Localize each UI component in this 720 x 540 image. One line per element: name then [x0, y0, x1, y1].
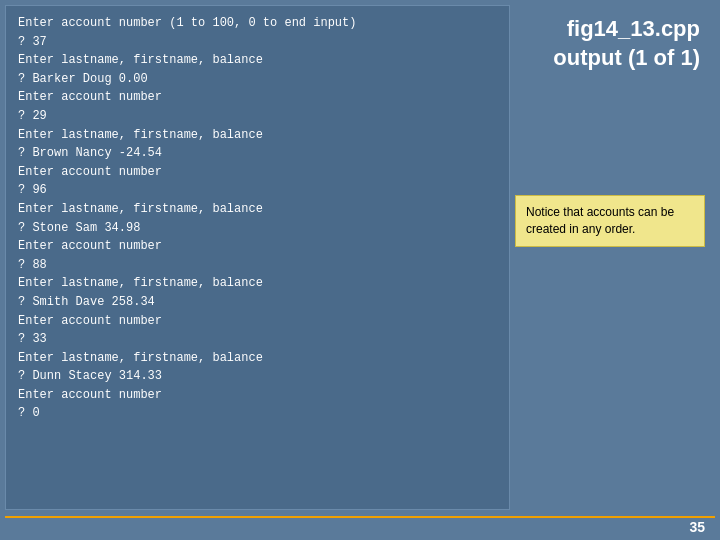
code-content-area: Enter account number (1 to 100, 0 to end…: [5, 5, 510, 510]
slide-container: fig14_13.cpp output (1 of 1) Enter accou…: [0, 0, 720, 540]
page-number: 35: [689, 519, 705, 535]
notice-box: Notice that accounts can be created in a…: [515, 195, 705, 247]
code-block: Enter account number (1 to 100, 0 to end…: [18, 14, 497, 423]
bottom-divider: [5, 516, 715, 518]
notice-text: Notice that accounts can be created in a…: [526, 205, 674, 236]
title-area: fig14_13.cpp output (1 of 1): [543, 10, 710, 77]
title-line2: output (1 of 1): [553, 45, 700, 70]
slide-title: fig14_13.cpp output (1 of 1): [553, 15, 700, 72]
title-line1: fig14_13.cpp: [567, 16, 700, 41]
